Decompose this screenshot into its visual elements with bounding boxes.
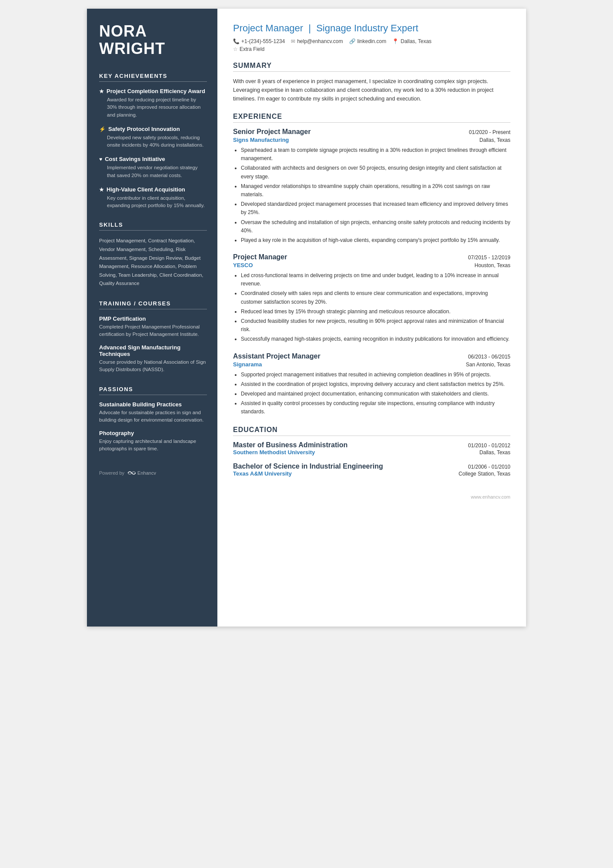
- achievement-title: ★ High-Value Client Acquisition: [99, 186, 207, 193]
- bullet-item: Managed vendor relationships to streamli…: [241, 182, 510, 199]
- experience-section-title: EXPERIENCE: [233, 113, 510, 123]
- exp-location: Houston, Texas: [475, 262, 511, 268]
- training-desc: Completed Project Management Professiona…: [99, 323, 207, 338]
- enhancv-logo: Enhancv: [128, 470, 156, 476]
- contact-phone: 📞 +1-(234)-555-1234: [233, 38, 285, 44]
- contact-line-2: ☆ Extra Field: [233, 46, 510, 52]
- exp-bullets: Supported project management initiatives…: [233, 371, 510, 416]
- bullet-item: Played a key role in the acquisition of …: [241, 236, 510, 245]
- achievement-title: ★ Project Completion Efficiency Award: [99, 88, 207, 94]
- sidebar-footer: Powered by Enhancv: [99, 470, 207, 476]
- edu-location: Dallas, Texas: [480, 449, 510, 456]
- summary-text: With over 8 years of experience in proje…: [233, 77, 510, 103]
- achievements-list: ★ Project Completion Efficiency Award Aw…: [99, 88, 207, 209]
- brand-name: Enhancv: [137, 470, 156, 476]
- contact-extra: ☆ Extra Field: [233, 46, 264, 52]
- exp-title: Assistant Project Manager: [233, 352, 320, 360]
- bullet-item: Developed and maintained project documen…: [241, 390, 510, 398]
- exp-dates: 06/2013 - 06/2015: [468, 354, 510, 360]
- bullet-item: Reduced lead times by 15% through strate…: [241, 308, 510, 316]
- passions-list: Sustainable Building Practices Advocate …: [99, 401, 207, 453]
- achievement-desc: Developed new safety protocols, reducing…: [99, 134, 207, 149]
- training-item: PMP Certification Completed Project Mana…: [99, 315, 207, 338]
- job-title-part2: Signage Industry Expert: [316, 23, 418, 34]
- achievement-icon: ★: [99, 88, 104, 94]
- job-title-part1: Project Manager: [233, 23, 303, 34]
- achievement-item: ⚡ Safety Protocol Innovation Developed n…: [99, 126, 207, 149]
- passion-desc: Enjoy capturing architectural and landsc…: [99, 438, 207, 453]
- edu-school: Texas A&M University: [233, 470, 292, 477]
- bullet-item: Coordinated closely with sales reps and …: [241, 289, 510, 306]
- education-item: Master of Business Administration 01/201…: [233, 441, 510, 456]
- job-title: Project Manager | Signage Industry Exper…: [233, 23, 510, 34]
- contact-location: 📍 Dallas, Texas: [392, 38, 431, 44]
- exp-company: YESCO: [233, 262, 253, 268]
- bullet-item: Assisted in quality control processes by…: [241, 399, 510, 416]
- main-content: Project Manager | Signage Industry Exper…: [217, 9, 526, 627]
- edu-school: Southern Methodist University: [233, 449, 315, 456]
- achievement-item: ★ Project Completion Efficiency Award Aw…: [99, 88, 207, 119]
- training-desc: Course provided by National Association …: [99, 359, 207, 374]
- exp-bullets: Led cross-functional teams in delivering…: [233, 271, 510, 344]
- bullet-item: Led cross-functional teams in delivering…: [241, 271, 510, 288]
- training-title: Advanced Sign Manufacturing Techniques: [99, 344, 207, 357]
- bullet-item: Collaborated with architects and designe…: [241, 164, 510, 181]
- skills-section-title: SKILLS: [99, 221, 207, 231]
- achievement-desc: Awarded for reducing project timeline by…: [99, 96, 207, 119]
- exp-location: San Antonio, Texas: [466, 362, 510, 368]
- exp-company: Signs Manufacturing: [233, 137, 289, 143]
- bullet-item: Oversaw the scheduling and installation …: [241, 218, 510, 235]
- exp-title: Project Manager: [233, 253, 287, 261]
- education-list: Master of Business Administration 01/201…: [233, 441, 510, 477]
- candidate-name: NORA WRIGHT: [99, 23, 207, 57]
- skills-text: Project Management, Contract Negotiation…: [99, 237, 207, 288]
- edu-location: College Station, Texas: [459, 471, 510, 477]
- edu-degree: Master of Business Administration: [233, 441, 347, 449]
- achievement-desc: Implemented vendor negotiation strategy …: [99, 164, 207, 179]
- achievement-title: ♥ Cost Savings Initiative: [99, 156, 207, 162]
- summary-section-title: SUMMARY: [233, 62, 510, 72]
- passion-title: Sustainable Building Practices: [99, 401, 207, 408]
- exp-dates: 07/2015 - 12/2019: [468, 255, 510, 261]
- training-list: PMP Certification Completed Project Mana…: [99, 315, 207, 374]
- contact-line-1: 📞 +1-(234)-555-1234 ✉ help@enhancv.com 🔗…: [233, 38, 510, 44]
- exp-bullets: Spearheaded a team to complete signage p…: [233, 146, 510, 245]
- bullet-item: Developed standardized project managemen…: [241, 200, 510, 217]
- edu-degree: Bachelor of Science in Industrial Engine…: [233, 462, 383, 470]
- achievement-icon: ⚡: [99, 126, 106, 132]
- achievement-desc: Key contributor in client acquisition, e…: [99, 194, 207, 210]
- edu-dates: 01/2006 - 01/2010: [468, 464, 510, 470]
- exp-dates: 01/2020 - Present: [469, 129, 510, 135]
- achievement-title: ⚡ Safety Protocol Innovation: [99, 126, 207, 132]
- training-title: PMP Certification: [99, 315, 207, 322]
- main-footer: www.enhancv.com: [233, 494, 510, 499]
- achievement-item: ♥ Cost Savings Initiative Implemented ve…: [99, 156, 207, 179]
- location-icon: 📍: [392, 38, 399, 44]
- edu-dates: 01/2010 - 01/2012: [468, 442, 510, 449]
- bullet-item: Successfully managed high-stakes project…: [241, 335, 510, 343]
- education-section-title: EDUCATION: [233, 426, 510, 436]
- experience-list: Senior Project Manager 01/2020 - Present…: [233, 128, 510, 416]
- passion-item: Photography Enjoy capturing architectura…: [99, 430, 207, 453]
- bullet-item: Spearheaded a team to complete signage p…: [241, 146, 510, 163]
- education-item: Bachelor of Science in Industrial Engine…: [233, 462, 510, 477]
- achievements-section-title: KEY ACHIEVEMENTS: [99, 73, 207, 82]
- main-header: Project Manager | Signage Industry Exper…: [233, 23, 510, 52]
- training-item: Advanced Sign Manufacturing Techniques C…: [99, 344, 207, 374]
- contact-email: ✉ help@enhancv.com: [291, 38, 343, 44]
- email-icon: ✉: [291, 38, 295, 44]
- title-separator: |: [309, 23, 311, 34]
- powered-by-label: Powered by: [99, 470, 124, 476]
- passion-desc: Advocate for sustainable practices in si…: [99, 409, 207, 424]
- resume-container: NORA WRIGHT KEY ACHIEVEMENTS ★ Project C…: [87, 9, 526, 627]
- experience-item: Assistant Project Manager 06/2013 - 06/2…: [233, 352, 510, 416]
- achievement-icon: ♥: [99, 156, 102, 162]
- contact-linkedin: 🔗 linkedin.com: [349, 38, 386, 44]
- experience-item: Project Manager 07/2015 - 12/2019 YESCO …: [233, 253, 510, 344]
- exp-location: Dallas, Texas: [480, 137, 510, 143]
- exp-title: Senior Project Manager: [233, 128, 311, 136]
- achievement-item: ★ High-Value Client Acquisition Key cont…: [99, 186, 207, 210]
- passion-title: Photography: [99, 430, 207, 436]
- sidebar: NORA WRIGHT KEY ACHIEVEMENTS ★ Project C…: [87, 9, 217, 627]
- footer-url: www.enhancv.com: [471, 494, 510, 499]
